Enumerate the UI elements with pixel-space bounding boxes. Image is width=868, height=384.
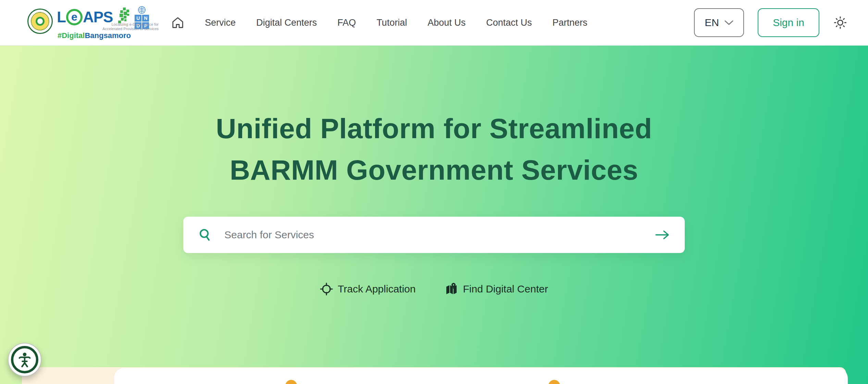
- hero-title-line1: Unified Platform for Streamlined: [216, 113, 652, 144]
- nav-item-faq[interactable]: FAQ: [337, 17, 356, 28]
- find-digital-center-label: Find Digital Center: [463, 283, 548, 295]
- ministry-seal-icon: [27, 9, 53, 34]
- nav-item-tutorial[interactable]: Tutorial: [376, 17, 407, 28]
- theme-toggle-button[interactable]: [833, 15, 847, 30]
- leaps-letter-l: L: [57, 10, 66, 25]
- sun-icon: [833, 15, 847, 30]
- undp-letter: U: [135, 15, 141, 22]
- track-application-label: Track Application: [338, 283, 416, 295]
- main-nav: Service Digital Centers FAQ Tutorial Abo…: [171, 16, 587, 29]
- hero-quick-links: Track Application Find Digital Center: [320, 283, 548, 296]
- home-button[interactable]: [171, 16, 184, 29]
- hashtag-bangsamoro: Bangsamoro: [85, 31, 131, 40]
- accessibility-ring: [11, 346, 38, 373]
- hero-title-line2: BARMM Government Services: [230, 154, 638, 185]
- hashtag-digital: #Digital: [58, 31, 85, 40]
- arrow-right-icon: [655, 229, 670, 241]
- hero-title: Unified Platform for Streamlined BARMM G…: [216, 108, 652, 191]
- search-submit-button[interactable]: [655, 229, 670, 241]
- leaps-tagline: Localizing e-Governance for Accelerated …: [85, 22, 159, 31]
- crosshair-icon: [320, 283, 333, 296]
- home-icon: [171, 16, 184, 29]
- leaps-logo[interactable]: L e APS U: [27, 2, 140, 43]
- search-icon: [198, 228, 212, 242]
- find-digital-center-link[interactable]: Find Digital Center: [445, 283, 548, 296]
- search-input[interactable]: [224, 229, 655, 241]
- language-selector[interactable]: EN: [694, 8, 744, 37]
- leaps-e-circle-icon: e: [66, 9, 83, 25]
- language-current: EN: [705, 17, 719, 28]
- sign-in-button[interactable]: Sign in: [758, 8, 819, 37]
- seal-core: [36, 17, 45, 26]
- nav-item-digital-centers[interactable]: Digital Centers: [256, 17, 317, 28]
- header-right-cluster: EN Sign in: [694, 8, 847, 37]
- page: L e APS U: [0, 0, 868, 384]
- nav-item-partners[interactable]: Partners: [553, 17, 587, 28]
- accessibility-widget-button[interactable]: [8, 343, 41, 376]
- top-nav-bar: L e APS U: [0, 0, 868, 46]
- hero-section: Unified Platform for Streamlined BARMM G…: [0, 46, 868, 384]
- undp-emblem-icon: [138, 6, 146, 14]
- nav-item-contact-us[interactable]: Contact Us: [486, 17, 532, 28]
- nav-item-service[interactable]: Service: [205, 17, 236, 28]
- digital-bangsamoro-hashtag: #DigitalBangsamoro: [58, 31, 131, 40]
- service-search-bar: [183, 217, 685, 253]
- nav-item-about-us[interactable]: About Us: [427, 17, 466, 28]
- leaps-letter-e: e: [71, 11, 77, 22]
- undp-letter: N: [142, 15, 149, 22]
- tagline-line1: Localizing e-Governance for: [85, 22, 159, 27]
- tagline-line2: Accelerated Provision of Services: [85, 27, 159, 31]
- next-section-white-card: [114, 368, 848, 384]
- chevron-down-icon: [724, 20, 733, 25]
- accessibility-icon: [17, 352, 33, 368]
- track-application-link[interactable]: Track Application: [320, 283, 416, 296]
- map-pin-icon: [445, 283, 458, 296]
- sign-in-label: Sign in: [773, 17, 804, 28]
- seal-inner-ring: [31, 12, 49, 31]
